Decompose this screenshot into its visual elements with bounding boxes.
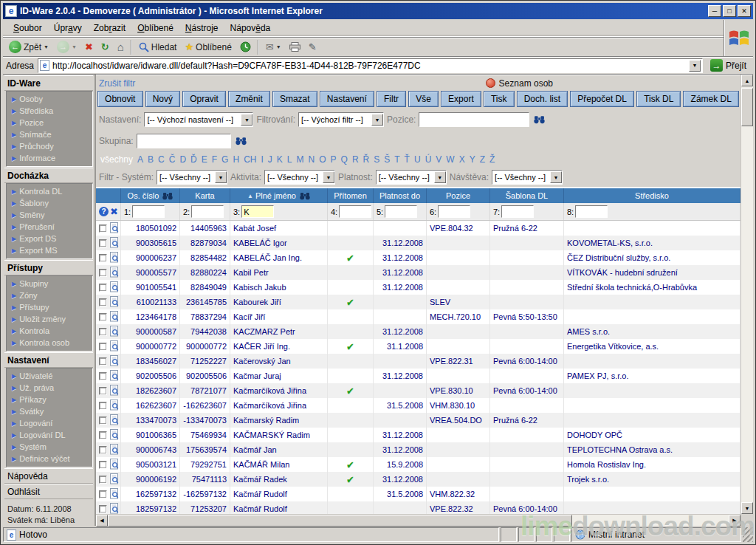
table-row[interactable]: 900000772900000772KAČER Jiří Ing.✔31.1.2… xyxy=(96,339,740,354)
alphabet-letter-W[interactable]: W xyxy=(446,154,454,165)
sidebar-item-p-kazy[interactable]: ▶Příkazy xyxy=(7,394,92,405)
chevron-down-icon[interactable]: ▼ xyxy=(215,171,227,183)
history-button[interactable] xyxy=(237,41,254,53)
maximize-button[interactable]: □ xyxy=(723,5,736,17)
row-checkbox[interactable] xyxy=(99,417,107,425)
back-button[interactable]: ← Zpět ▼ xyxy=(6,40,52,54)
stop-button[interactable]: ✖ xyxy=(82,41,96,52)
column-search-input-8[interactable] xyxy=(575,205,608,218)
alphabet-letter-Ž[interactable]: Ž xyxy=(489,154,495,165)
column-search-input-6[interactable] xyxy=(438,205,470,218)
alphabet-letter-T[interactable]: T xyxy=(394,154,399,165)
row-detail-icon[interactable] xyxy=(109,252,119,264)
alphabet-letter-Ú[interactable]: Ú xyxy=(425,154,432,165)
row-detail-icon[interactable] xyxy=(109,237,119,250)
alphabet-letter-F[interactable]: F xyxy=(212,154,217,165)
print-button[interactable] xyxy=(286,41,303,52)
chevron-down-icon[interactable]: ▼ xyxy=(323,171,334,183)
system-select[interactable]: [-- Všechny --]▼ xyxy=(157,170,227,185)
column-header-Plné jméno[interactable]: ▲Plné jméno xyxy=(230,188,328,203)
row-detail-icon[interactable] xyxy=(109,414,119,427)
sidebar-item-export-ds[interactable]: ▶Export DS xyxy=(7,233,92,244)
horizontal-scrollbar[interactable]: ◀ ▶ xyxy=(96,514,740,526)
row-checkbox[interactable] xyxy=(99,490,107,498)
table-row[interactable]: 902005506902005506Kačmar Juraj31.12.2008… xyxy=(96,369,740,383)
alphabet-letter-H[interactable]: H xyxy=(233,154,239,165)
sidebar-section-3[interactable]: Nastavení xyxy=(4,352,93,368)
table-row[interactable]: 12346417878837294Kacíř JiříMECH.720.10Pe… xyxy=(96,309,740,324)
alphabet-letter-Q[interactable]: Q xyxy=(341,154,348,165)
action-button-z-mek-dl[interactable]: Zámek DL xyxy=(683,91,739,107)
filtrovani-select[interactable]: [-- Výchozí filtr --] ▼ xyxy=(298,112,384,127)
alphabet-letter-M[interactable]: M xyxy=(297,154,304,165)
alphabet-letter-L[interactable]: L xyxy=(287,154,292,165)
table-row[interactable]: 900006743175639574Kačmář Jan31.12.2008TE… xyxy=(96,442,740,457)
sidebar-section-1[interactable]: Docházka xyxy=(4,168,93,183)
alphabet-letter-R[interactable]: R xyxy=(352,154,359,165)
alphabet-letter-Ř[interactable]: Ř xyxy=(363,154,370,165)
table-row[interactable]: 90100554182849049Kabisch Jakub31.12.2008… xyxy=(96,280,740,295)
column-header-Platnost do[interactable]: Platnost do xyxy=(374,188,427,203)
table-row[interactable]: 610021133236145785Kabourek Jiří✔SLEV xyxy=(96,295,740,309)
table-row[interactable]: 90000058779442038KACZMARZ Petr31.12.2008… xyxy=(96,324,740,339)
table-row[interactable]: 162597132-162597132Kačmář Rudolf31.5.200… xyxy=(96,487,740,501)
column-search-input-7[interactable] xyxy=(501,205,534,218)
skupina-search-icon[interactable] xyxy=(236,137,247,145)
sidebar-item-logov-n-[interactable]: ▶Logování xyxy=(7,417,92,429)
action-button-smazat[interactable]: Smazat xyxy=(272,91,317,107)
chevron-down-icon[interactable]: ▼ xyxy=(550,171,562,183)
row-detail-icon[interactable] xyxy=(109,281,119,294)
forward-button[interactable]: → ▼ xyxy=(54,40,80,54)
column-search-input-1[interactable] xyxy=(132,205,165,218)
column-header-Os. číslo[interactable]: Os. číslo xyxy=(121,188,180,203)
sidebar-item-export-ms[interactable]: ▶Export MS xyxy=(7,244,92,256)
alphabet-letter-E[interactable]: E xyxy=(202,154,207,165)
sidebar-item-logov-n-dl[interactable]: ▶Logování DL xyxy=(7,429,92,441)
row-checkbox[interactable] xyxy=(99,343,107,351)
row-checkbox[interactable] xyxy=(99,224,107,233)
clear-filter-link[interactable]: Zrušit filtr xyxy=(99,78,135,89)
alphabet-letter-V[interactable]: V xyxy=(436,154,441,165)
table-row[interactable]: 18345602771252227Kačerovský JanVPE.822.3… xyxy=(96,354,740,369)
menu-zobrazit[interactable]: Zobrazit xyxy=(88,21,131,35)
sidebar-section-0[interactable]: ID-Ware xyxy=(4,75,93,91)
row-checkbox[interactable] xyxy=(99,476,107,484)
alphabet-letter-K[interactable]: K xyxy=(277,154,283,165)
row-detail-icon[interactable] xyxy=(109,385,119,397)
column-search-icon[interactable] xyxy=(300,192,310,200)
sidebar-item-definice-v-et[interactable]: ▶Definice výčet xyxy=(7,453,92,465)
table-row[interactable]: 133470073-133470073Kačmarský RadimVREA.5… xyxy=(96,413,740,428)
sidebar-item-kontrola-osob[interactable]: ▶Kontrola osob xyxy=(7,337,92,349)
table-row[interactable]: 90000557782880224Kabil Petr31.12.2008VÍT… xyxy=(96,265,740,280)
row-checkbox[interactable] xyxy=(99,239,107,247)
row-checkbox[interactable] xyxy=(99,461,107,469)
help-icon[interactable]: ? xyxy=(99,207,109,216)
menu-soubor[interactable]: Soubor xyxy=(7,21,48,35)
menu-npovda[interactable]: Nápověda xyxy=(224,21,277,35)
minimize-button[interactable]: ─ xyxy=(708,5,721,17)
go-button[interactable]: → Přejít xyxy=(707,58,750,72)
table-row[interactable]: 90000623782854482KABELÁČ Jan Ing.✔31.12.… xyxy=(96,250,740,265)
pozice-search-icon[interactable] xyxy=(534,115,545,124)
aktivita-select[interactable]: [-- Všechny --]▼ xyxy=(264,170,335,185)
address-input[interactable]: e http://localhost/idware/idware.dll/def… xyxy=(38,58,703,73)
sidebar-item-sn-ma-e[interactable]: ▶Snímače xyxy=(7,128,92,140)
sidebar-item-kontrola-dl[interactable]: ▶Kontrola DL xyxy=(7,185,92,197)
alphabet-letter-O[interactable]: O xyxy=(319,154,326,165)
row-detail-icon[interactable] xyxy=(109,429,119,442)
row-detail-icon[interactable] xyxy=(109,296,119,309)
sidebar-section-4[interactable]: Nápověda xyxy=(4,468,93,484)
alphabet-letter-Y[interactable]: Y xyxy=(470,154,475,165)
home-button[interactable]: ⌂ xyxy=(114,41,127,53)
sidebar-item-sv-tky[interactable]: ▶Svátky xyxy=(7,405,92,417)
row-checkbox[interactable] xyxy=(99,387,107,395)
alphabet-letter-A[interactable]: A xyxy=(137,154,143,165)
action-button-doch-list[interactable]: Doch. list xyxy=(517,91,568,107)
row-checkbox[interactable] xyxy=(99,431,107,439)
mail-dropdown-icon[interactable]: ▼ xyxy=(276,44,281,49)
nastaveni-select[interactable]: [-- Výchozí nastavení --] ▼ xyxy=(144,112,253,127)
action-button-zm-nit[interactable]: Změnit xyxy=(228,91,270,107)
alphabet-letter-Š[interactable]: Š xyxy=(384,154,390,165)
clear-search-icon[interactable]: ✖ xyxy=(110,207,118,216)
search-button[interactable]: Hledat xyxy=(136,41,180,53)
